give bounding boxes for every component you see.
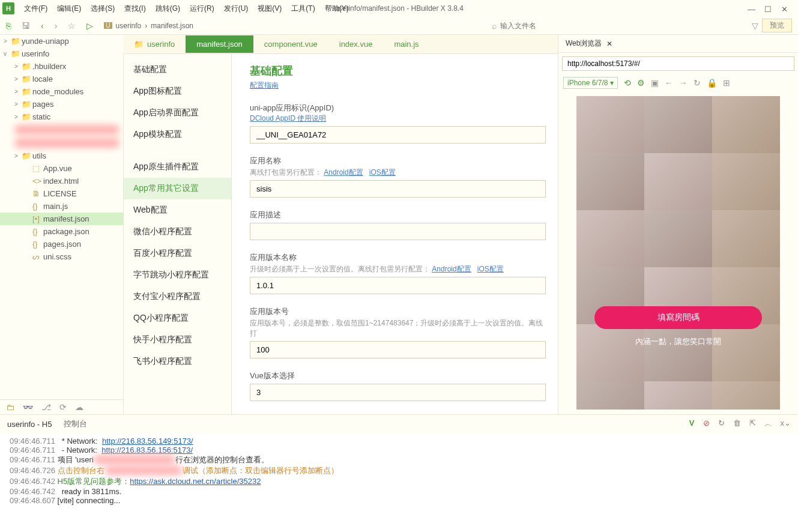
console-link[interactable]: http://216.83.56.156:5173/ (101, 446, 193, 455)
device-select[interactable]: iPhone 6/7/8 ▾ (563, 77, 618, 89)
tree-row[interactable]: >📁static (0, 110, 123, 123)
run-icon[interactable]: ▷ (86, 21, 93, 31)
menu-item[interactable]: 查找(I) (119, 4, 150, 14)
config-guide-link[interactable]: 配置指南 (250, 81, 279, 89)
config-nav-item[interactable]: App图标配置 (124, 80, 231, 102)
lock-icon[interactable]: 🔒 (707, 78, 717, 88)
filter-icon[interactable]: ▽ (752, 21, 758, 31)
cloud-icon[interactable]: ☁ (75, 402, 83, 412)
grid-icon[interactable]: ⊞ (723, 78, 730, 88)
config-nav-item[interactable]: 微信小程序配置 (124, 221, 231, 243)
screenshot-icon[interactable]: ▣ (651, 78, 659, 88)
close-button[interactable]: ✕ (781, 5, 788, 12)
file-tab[interactable]: component.vue (253, 35, 328, 53)
tree-row[interactable]: >📁pages (0, 98, 123, 110)
tree-row[interactable]: x (0, 123, 123, 136)
gear-icon[interactable]: ⚙ (637, 78, 645, 88)
config-nav-item[interactable]: 字节跳动小程序配置 (124, 264, 231, 286)
reload-console-icon[interactable]: ↻ (718, 419, 725, 429)
new-file-icon[interactable]: ⎘ (6, 21, 11, 31)
tree-row[interactable]: ᔕuni.scss (0, 250, 123, 263)
vercode-input[interactable] (250, 341, 546, 358)
appname-input[interactable] (250, 180, 546, 198)
tree-row[interactable]: v📁userinfo (0, 47, 123, 60)
star-icon[interactable]: ☆ (68, 21, 76, 31)
url-input[interactable] (562, 56, 794, 71)
tree-row[interactable]: {}package.json (0, 225, 123, 238)
tree-row[interactable]: <>index.html (0, 175, 123, 187)
preview-button[interactable]: 预览 (762, 19, 792, 32)
save-icon[interactable]: 🖫 (22, 21, 30, 31)
minimize-button[interactable]: — (748, 5, 755, 12)
version-input[interactable] (250, 277, 546, 294)
tree-row[interactable]: [•]manifest.json (0, 213, 123, 225)
config-nav-item[interactable]: App启动界面配置 (124, 102, 231, 124)
config-nav-item[interactable]: 百度小程序配置 (124, 243, 231, 264)
tree-row[interactable]: x (0, 136, 123, 150)
crumb-0[interactable]: userinfo (116, 22, 142, 30)
console-tab-log[interactable]: 控制台 (64, 419, 87, 429)
menu-item[interactable]: 发行(U) (219, 4, 253, 14)
search-icon[interactable]: ⌕ (492, 21, 497, 31)
console-tab-project[interactable]: userinfo - H5 (7, 420, 52, 429)
appid-input[interactable] (250, 126, 546, 144)
tree-row[interactable]: 🗎LICENSE (0, 187, 123, 200)
reload-icon[interactable]: ↻ (694, 78, 701, 88)
config-nav-item[interactable]: 基础配置 (124, 59, 231, 80)
nav-back-icon[interactable]: ← (665, 78, 673, 88)
close-console-icon[interactable]: x⌄ (781, 419, 791, 429)
export-icon[interactable]: ⇱ (749, 419, 756, 429)
config-nav-item[interactable]: Web配置 (124, 199, 231, 221)
config-nav-item[interactable]: App原生插件配置 (124, 156, 231, 178)
nav-forward-icon[interactable]: → (679, 78, 688, 88)
android-link[interactable]: Android配置 (324, 168, 363, 177)
search-input[interactable] (500, 22, 748, 30)
config-nav-item[interactable]: App常用其它设置 (124, 178, 231, 199)
tree-row[interactable]: >📁node_modules (0, 85, 123, 98)
console-link[interactable]: https://ask.dcloud.net.cn/article/35232 (130, 477, 261, 486)
room-code-button[interactable]: 填寫房間碼 (594, 306, 762, 329)
menu-item[interactable]: 选择(S) (86, 4, 119, 14)
crumb-1[interactable]: manifest.json (151, 22, 193, 30)
config-nav-item[interactable]: App模块配置 (124, 124, 231, 145)
android-link-2[interactable]: Android配置 (432, 265, 471, 273)
folder-filter-icon[interactable]: 🗀 (6, 402, 14, 412)
vue-input[interactable] (250, 384, 546, 401)
tree-row[interactable]: >📁.hbuilderx (0, 60, 123, 73)
tree-row[interactable]: >📁yunde-uniapp (0, 35, 123, 47)
ios-link-2[interactable]: iOS配置 (477, 265, 504, 273)
file-tab[interactable]: index.vue (328, 35, 384, 53)
forward-icon[interactable]: › (55, 21, 58, 31)
config-nav-item[interactable]: 支付宝小程序配置 (124, 286, 231, 307)
menu-item[interactable]: 运行(R) (185, 4, 219, 14)
clear-icon[interactable]: 🗑 (733, 419, 741, 429)
branch-icon[interactable]: ⎇ (41, 402, 51, 412)
desc-input[interactable] (250, 223, 546, 240)
collapse-icon[interactable]: ︿ (764, 419, 772, 429)
maximize-button[interactable]: ☐ (764, 5, 772, 12)
tree-row[interactable]: {}pages.json (0, 238, 123, 250)
menu-item[interactable]: 跳转(G) (151, 4, 185, 14)
console-link[interactable]: http://216.83.56.149:5173/ (102, 437, 193, 446)
appid-help-link[interactable]: DCloud AppID 使用说明 (250, 114, 326, 122)
tree-row[interactable]: {}main.js (0, 200, 123, 213)
tree-row[interactable]: ⬚App.vue (0, 162, 123, 175)
stop-icon[interactable]: ⊘ (703, 419, 710, 429)
file-tab[interactable]: manifest.json (186, 35, 253, 53)
sync-icon[interactable]: ⟳ (59, 402, 67, 412)
browser-tab-close-icon[interactable]: ✕ (606, 40, 612, 48)
config-nav-item[interactable]: 快手小程序配置 (124, 329, 231, 351)
file-tab[interactable]: main.js (383, 35, 429, 53)
menu-item[interactable]: 编辑(E) (52, 4, 86, 14)
menu-item[interactable]: 文件(F) (19, 4, 52, 14)
config-nav-item[interactable]: 飞书小程序配置 (124, 351, 231, 372)
config-nav-item[interactable]: QQ小程序配置 (124, 307, 231, 329)
glasses-icon[interactable]: 👓 (23, 402, 33, 412)
tree-row[interactable]: >📁locale (0, 73, 123, 85)
back-icon[interactable]: ‹ (41, 21, 44, 31)
ios-link[interactable]: iOS配置 (369, 168, 396, 177)
refresh-icon[interactable]: ⟲ (624, 78, 631, 88)
tree-row[interactable]: >📁utils (0, 150, 123, 162)
menu-item[interactable]: 视图(V) (253, 4, 286, 14)
menu-item[interactable]: 工具(T) (286, 4, 319, 14)
